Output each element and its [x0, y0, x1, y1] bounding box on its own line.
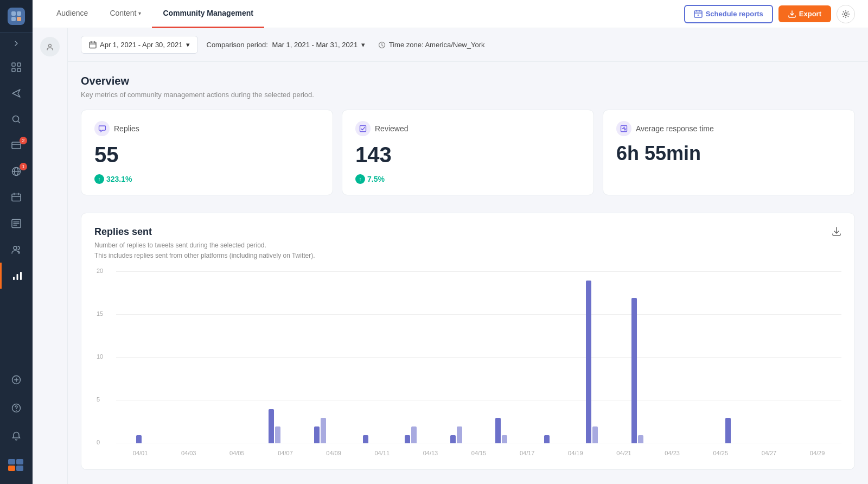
bar-group — [796, 272, 841, 443]
nav-bell-icon[interactable] — [0, 423, 33, 449]
overview-description: Key metrics of community management acti… — [81, 91, 855, 99]
bar-group — [570, 272, 615, 443]
svg-rect-22 — [16, 459, 23, 464]
comparison-dropdown-icon[interactable]: ▾ — [361, 41, 365, 49]
nav-calendar-icon[interactable] — [0, 184, 33, 211]
agora-pulse-logo — [0, 451, 33, 479]
svg-rect-16 — [16, 274, 18, 280]
timezone-indicator: Time zone: America/New_York — [378, 41, 485, 49]
content-chevron-icon: ▾ — [138, 10, 141, 16]
replies-label: Replies — [114, 124, 139, 133]
svg-rect-1 — [17, 11, 21, 16]
tab-audience[interactable]: Audience — [46, 0, 99, 28]
svg-rect-21 — [8, 459, 15, 464]
bar-secondary — [321, 418, 326, 443]
replies-icon — [94, 121, 110, 136]
filter-bar: Apr 1, 2021 - Apr 30, 2021 ▾ Comparison … — [68, 28, 868, 62]
schedule-reports-button[interactable]: Schedule reports — [684, 5, 773, 23]
bar-primary — [405, 435, 410, 444]
schedule-icon — [694, 10, 703, 18]
svg-rect-9 — [12, 142, 21, 149]
bar-secondary — [592, 426, 598, 444]
bar-primary — [544, 435, 550, 444]
date-range-picker[interactable]: Apr 1, 2021 - Apr 30, 2021 ▾ — [81, 36, 198, 54]
replies-value: 55 — [94, 143, 320, 167]
svg-rect-28 — [90, 42, 96, 48]
svg-rect-12 — [12, 194, 21, 201]
nav-list-icon[interactable] — [0, 211, 33, 237]
top-navigation: Audience Content ▾ Community Management … — [33, 0, 868, 28]
bar-group — [479, 272, 525, 443]
reviewed-card-header: Reviewed — [355, 121, 580, 136]
tab-community-management[interactable]: Community Management — [152, 0, 264, 28]
chart-title-area: Replies sent — [94, 226, 152, 238]
svg-point-20 — [16, 410, 17, 411]
nav-home-icon[interactable] — [0, 54, 33, 80]
reviewed-value: 143 — [355, 143, 580, 167]
overview-cards: Replies 55 ↑ 323.1% — [81, 110, 855, 195]
nav-add-icon[interactable] — [0, 367, 33, 393]
x-axis: 04/0104/0304/0504/0704/0904/1104/1304/15… — [116, 450, 841, 456]
bar-group — [751, 272, 796, 443]
nav-inbox-icon[interactable]: 2 — [0, 132, 33, 158]
bar-group — [433, 272, 479, 443]
comparison-value: Mar 1, 2021 - Mar 31, 2021 — [272, 41, 358, 49]
nav-search-icon[interactable] — [0, 106, 33, 132]
bar-group — [252, 272, 298, 443]
x-axis-label: 04/21 — [599, 450, 648, 456]
svg-point-8 — [13, 116, 19, 122]
settings-button[interactable] — [837, 5, 855, 23]
export-button[interactable]: Export — [778, 5, 831, 22]
svg-point-27 — [49, 44, 52, 47]
comparison-label: Comparison period: Mar 1, 2021 - Mar 31,… — [207, 41, 365, 49]
svg-rect-0 — [11, 11, 16, 16]
sidebar: 2 1 — [0, 0, 33, 484]
x-axis-label: 04/07 — [261, 450, 309, 456]
reviewed-card: Reviewed 143 ↑ 7.5% — [342, 110, 594, 195]
response-time-icon — [616, 121, 631, 136]
nav-users-icon[interactable] — [0, 237, 33, 263]
logo-icon — [8, 8, 25, 25]
bar-group — [162, 272, 207, 443]
bar-primary — [586, 281, 591, 443]
x-axis-label: 04/27 — [745, 450, 793, 456]
reviewed-icon — [355, 121, 371, 136]
avg-response-card: Average response time 6h 55min — [603, 110, 855, 195]
nav-tabs: Audience Content ▾ Community Management — [46, 0, 684, 28]
tab-content[interactable]: Content ▾ — [99, 0, 152, 28]
nav-globe-icon[interactable]: 1 — [0, 158, 33, 184]
chart-header: Replies sent — [94, 226, 841, 238]
nav-analytics-icon[interactable] — [0, 263, 33, 289]
bar-primary — [631, 298, 637, 444]
svg-rect-4 — [12, 63, 15, 66]
bar-primary — [314, 426, 320, 444]
clock-icon — [378, 41, 386, 49]
x-axis-label: 04/09 — [310, 450, 358, 456]
nav-send-icon[interactable] — [0, 80, 33, 106]
replies-card-header: Replies — [94, 121, 320, 136]
reviewed-change: ↑ 7.5% — [355, 174, 580, 184]
svg-point-26 — [845, 12, 847, 15]
expand-sidebar-button[interactable] — [0, 33, 33, 54]
chart-download-button[interactable] — [832, 226, 841, 238]
avg-response-card-header: Average response time — [616, 121, 841, 136]
svg-rect-25 — [694, 11, 702, 17]
svg-rect-2 — [11, 17, 16, 21]
calendar-icon — [89, 41, 97, 49]
inbox-badge: 2 — [20, 137, 27, 144]
app-logo — [0, 0, 33, 33]
svg-rect-23 — [8, 466, 15, 471]
svg-rect-3 — [17, 17, 21, 21]
main-content-area: Audience Content ▾ Community Management … — [33, 0, 868, 484]
x-axis-label: 04/13 — [406, 450, 455, 456]
svg-rect-24 — [16, 466, 23, 471]
chart-description: Number of replies to tweets sent during … — [94, 240, 841, 261]
nav-help-icon[interactable] — [0, 395, 33, 421]
panel: Apr 1, 2021 - Apr 30, 2021 ▾ Comparison … — [33, 28, 868, 484]
bar-primary — [269, 409, 274, 443]
replies-change-arrow: ↑ — [94, 174, 104, 184]
bar-group — [705, 272, 751, 443]
bar-group — [207, 272, 252, 443]
sub-sidebar-icon[interactable] — [40, 37, 60, 56]
bar-primary — [495, 418, 501, 443]
